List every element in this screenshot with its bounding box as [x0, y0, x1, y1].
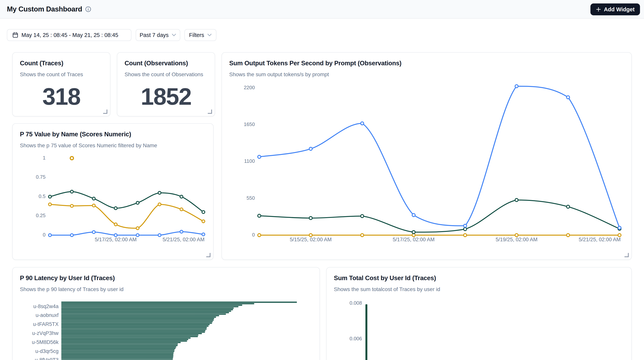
widget-subtitle: Shows the count of Observations — [124, 72, 208, 78]
svg-text:5/21/25, 02:00 AM: 5/21/25, 02:00 AM — [579, 237, 621, 242]
resize-handle-icon[interactable] — [624, 253, 629, 257]
range-preset-select[interactable]: Past 7 days — [136, 29, 180, 41]
svg-text:u-8fVa9T3: u-8fVa9T3 — [35, 357, 58, 360]
svg-text:550: 550 — [246, 195, 255, 201]
resize-handle-icon[interactable] — [103, 110, 107, 114]
svg-text:u-tFAR5TX: u-tFAR5TX — [33, 321, 58, 327]
svg-text:u-d3qr5cg: u-d3qr5cg — [35, 348, 58, 354]
page-header: My Custom Dashboard Add Widget — [0, 0, 644, 19]
widget-title: Count (Traces) — [20, 60, 103, 67]
svg-text:1100: 1100 — [244, 158, 255, 164]
add-widget-label: Add Widget — [604, 6, 635, 13]
chevron-down-icon — [172, 34, 176, 37]
svg-text:u-8sq2w4a: u-8sq2w4a — [33, 303, 59, 309]
svg-text:0.008: 0.008 — [350, 300, 362, 306]
widget-title: Count (Observations) — [124, 60, 208, 67]
svg-text:u-zVqP3hw: u-zVqP3hw — [32, 330, 59, 336]
svg-text:0.25: 0.25 — [36, 213, 46, 218]
calendar-icon — [12, 32, 18, 38]
big-number-value: 318 — [13, 83, 110, 110]
svg-text:5/17/25, 02:00 AM: 5/17/25, 02:00 AM — [95, 237, 136, 242]
filters-button[interactable]: Filters — [184, 29, 216, 41]
sum-output-line-chart: 05501100165022005/15/25, 02:00 AM5/17/25… — [222, 53, 632, 260]
svg-text:5/15/25, 02:00 AM: 5/15/25, 02:00 AM — [290, 237, 332, 242]
widget-p90-latency: P 90 Latency by User Id (Traces) Shows t… — [12, 267, 320, 360]
svg-text:u-aobnuxf: u-aobnuxf — [36, 312, 59, 318]
svg-text:1650: 1650 — [244, 121, 255, 127]
svg-text:0: 0 — [252, 232, 255, 238]
widget-p75-scores: P 75 Value by Name (Scores Numeric) Show… — [12, 123, 214, 260]
widget-subtitle: Shows the count of Traces — [20, 72, 103, 78]
svg-text:0.75: 0.75 — [36, 174, 46, 180]
svg-text:0.5: 0.5 — [39, 193, 46, 199]
svg-text:5/21/25, 02:00 AM: 5/21/25, 02:00 AM — [163, 237, 204, 242]
date-range-value: May 14, 25 : 08:45 - May 21, 25 : 08:45 — [22, 32, 118, 38]
plus-icon — [596, 7, 601, 12]
svg-text:0: 0 — [43, 232, 46, 238]
widget-count-traces: Count (Traces) Shows the count of Traces… — [12, 52, 110, 116]
svg-text:0.006: 0.006 — [350, 336, 362, 341]
p90-bar-chart: u-8sq2w4au-aobnuxfu-tFAR5TXu-zVqP3hwu-5M… — [13, 267, 320, 360]
svg-text:5/19/25, 02:00 AM: 5/19/25, 02:00 AM — [496, 237, 538, 242]
chevron-down-icon — [207, 34, 212, 37]
resize-handle-icon[interactable] — [206, 253, 210, 257]
svg-text:u-5M8D56k: u-5M8D56k — [32, 339, 58, 345]
widget-sum-total-cost: Sum Total Cost by User Id (Traces) Shows… — [326, 267, 632, 360]
resize-handle-icon[interactable] — [208, 110, 212, 114]
big-number-value: 1852 — [117, 83, 215, 110]
svg-text:2200: 2200 — [244, 85, 255, 90]
add-widget-button[interactable]: Add Widget — [590, 4, 640, 15]
widget-count-observations: Count (Observations) Shows the count of … — [117, 52, 215, 116]
page-title: My Custom Dashboard — [7, 5, 82, 13]
date-range-picker[interactable]: May 14, 25 : 08:45 - May 21, 25 : 08:45 — [7, 29, 132, 41]
info-icon[interactable] — [85, 6, 91, 12]
svg-text:1: 1 — [43, 155, 46, 161]
p75-line-chart: 00.250.50.7515/17/25, 02:00 AM5/21/25, 0… — [13, 124, 214, 260]
sum-cost-bar-chart: 0.0080.006 — [326, 267, 632, 360]
widget-sum-output-tokens: Sum Output Tokens Per Second by Prompt (… — [222, 52, 632, 260]
filters-label: Filters — [189, 32, 204, 38]
range-preset-value: Past 7 days — [140, 32, 169, 38]
svg-text:5/17/25, 02:00 AM: 5/17/25, 02:00 AM — [392, 237, 434, 242]
toolbar: May 14, 25 : 08:45 - May 21, 25 : 08:45 … — [7, 29, 216, 41]
